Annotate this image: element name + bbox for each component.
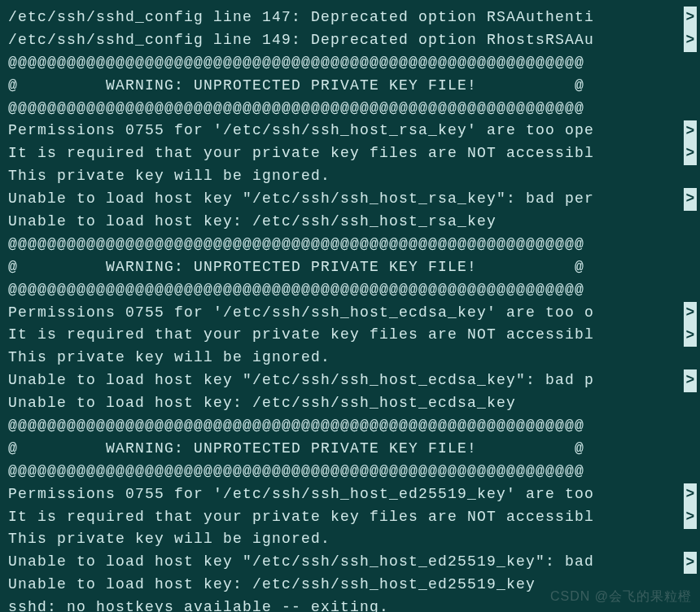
terminal-line: /etc/ssh/sshd_config line 147: Deprecate…	[8, 7, 700, 29]
overflow-indicator: >	[684, 483, 697, 506]
terminal-line: @ WARNING: UNPROTECTED PRIVATE KEY FILE!…	[8, 256, 700, 279]
terminal-line: Permissions 0755 for '/etc/ssh/ssh_host_…	[8, 483, 700, 506]
overflow-indicator: >	[684, 325, 697, 348]
terminal-line: /etc/ssh/sshd_config line 149: Deprecate…	[8, 29, 700, 52]
terminal-line: Unable to load host key "/etc/ssh/ssh_ho…	[8, 369, 700, 392]
overflow-indicator: >	[684, 188, 697, 211]
terminal-line: This private key will be ignored.	[8, 528, 700, 551]
terminal-line: @@@@@@@@@@@@@@@@@@@@@@@@@@@@@@@@@@@@@@@@…	[8, 415, 700, 438]
terminal-line: @ WARNING: UNPROTECTED PRIVATE KEY FILE!…	[8, 438, 700, 461]
overflow-indicator: >	[684, 142, 697, 165]
terminal-line: It is required that your private key fil…	[8, 506, 700, 529]
terminal-line: @@@@@@@@@@@@@@@@@@@@@@@@@@@@@@@@@@@@@@@@…	[8, 279, 700, 302]
terminal-line: Permissions 0755 for '/etc/ssh/ssh_host_…	[8, 302, 700, 325]
terminal-line: @@@@@@@@@@@@@@@@@@@@@@@@@@@@@@@@@@@@@@@@…	[8, 234, 700, 256]
terminal-output: /etc/ssh/sshd_config line 147: Deprecate…	[8, 7, 700, 612]
terminal-line: Unable to load host key: /etc/ssh/ssh_ho…	[8, 211, 700, 234]
terminal-line: Unable to load host key: /etc/ssh/ssh_ho…	[8, 392, 700, 415]
overflow-indicator: >	[684, 552, 697, 575]
terminal-line: @@@@@@@@@@@@@@@@@@@@@@@@@@@@@@@@@@@@@@@@…	[8, 461, 700, 483]
terminal-line: Unable to load host key "/etc/ssh/ssh_ho…	[8, 188, 700, 211]
overflow-indicator: >	[684, 302, 697, 325]
overflow-indicator: >	[684, 369, 697, 392]
terminal-line: @@@@@@@@@@@@@@@@@@@@@@@@@@@@@@@@@@@@@@@@…	[8, 98, 700, 120]
terminal-line: Unable to load host key "/etc/ssh/ssh_ho…	[8, 551, 700, 574]
terminal-line: It is required that your private key fil…	[8, 142, 700, 165]
terminal-line: @@@@@@@@@@@@@@@@@@@@@@@@@@@@@@@@@@@@@@@@…	[8, 52, 700, 75]
overflow-indicator: >	[684, 7, 697, 29]
terminal-line: Permissions 0755 for '/etc/ssh/ssh_host_…	[8, 120, 700, 142]
terminal-line: It is required that your private key fil…	[8, 324, 700, 347]
terminal-line: This private key will be ignored.	[8, 165, 700, 188]
terminal-line: @ WARNING: UNPROTECTED PRIVATE KEY FILE!…	[8, 75, 700, 98]
terminal-line: This private key will be ignored.	[8, 347, 700, 369]
overflow-indicator: >	[684, 29, 697, 52]
watermark-text: CSDN @会飞的果粒橙	[550, 587, 692, 607]
overflow-indicator: >	[684, 120, 697, 143]
overflow-indicator: >	[684, 506, 697, 529]
